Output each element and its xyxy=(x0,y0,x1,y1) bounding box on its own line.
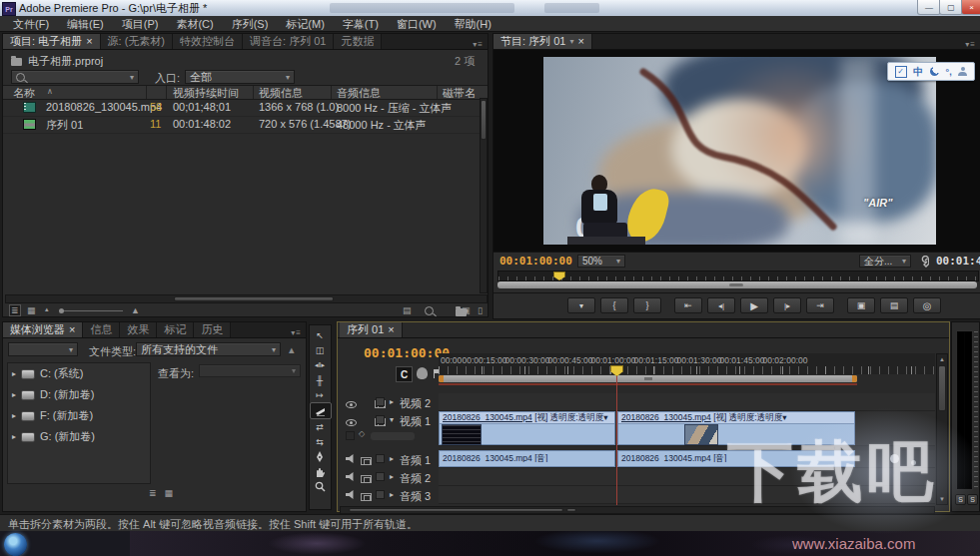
close-button[interactable]: × xyxy=(961,0,980,15)
maximize-button[interactable]: ▢ xyxy=(939,0,963,15)
drive-item-c[interactable]: ▸C: (系统) xyxy=(8,363,150,384)
menu-title[interactable]: 字幕(T) xyxy=(334,16,388,32)
extract-button[interactable]: ▤ xyxy=(880,297,908,313)
menu-clip[interactable]: 素材(C) xyxy=(167,16,222,32)
track-header-video-1[interactable]: ▾ 视频 1 ◇ xyxy=(340,411,439,445)
lift-button[interactable]: ▣ xyxy=(847,297,875,313)
sync-lock-icon[interactable] xyxy=(361,493,372,501)
twirl-icon[interactable]: ▸ xyxy=(390,490,394,499)
close-icon[interactable]: × xyxy=(577,34,583,49)
go-to-out-button[interactable]: ⇥ xyxy=(806,297,834,313)
timeline-hscrollbar[interactable] xyxy=(340,506,935,514)
solo-right-button[interactable]: S xyxy=(967,494,978,505)
tab-effect-controls[interactable]: 特效控制台 xyxy=(173,34,243,49)
entry-dropdown[interactable]: 全部 ▾ xyxy=(185,70,295,84)
ime-punctuation-icon[interactable]: °, xyxy=(946,67,952,77)
toggle-track-output-icon[interactable] xyxy=(346,419,357,426)
toggle-track-output-icon[interactable] xyxy=(346,472,356,481)
track-header-audio-2[interactable]: ▸ 音频 2 xyxy=(340,468,439,485)
column-divider[interactable] xyxy=(166,86,167,99)
find-icon[interactable] xyxy=(425,306,434,315)
track-header-audio-1[interactable]: ▸ 音频 1 xyxy=(340,450,439,467)
track-header-audio-3[interactable]: ▸ 音频 3 xyxy=(340,486,439,503)
zoom-in-icon[interactable]: ▲ xyxy=(131,305,140,315)
directory-dropdown[interactable]: ▾ xyxy=(8,342,78,356)
windows-start-button[interactable] xyxy=(4,533,27,556)
snap-toggle[interactable]: C xyxy=(396,366,413,382)
menu-project[interactable]: 项目(P) xyxy=(113,16,168,32)
zoom-tool[interactable] xyxy=(310,479,330,494)
solo-left-button[interactable]: S xyxy=(955,494,966,505)
hand-tool[interactable] xyxy=(310,464,330,479)
add-marker-button[interactable]: ▾ xyxy=(567,297,595,313)
lane-video-2[interactable] xyxy=(439,393,935,411)
column-divider[interactable] xyxy=(437,86,438,99)
zoom-slider[interactable] xyxy=(59,310,123,311)
tab-media-browser[interactable]: 媒体浏览器× xyxy=(3,322,83,337)
column-name[interactable]: 名称 xyxy=(13,86,35,101)
razor-tool[interactable] xyxy=(310,402,332,419)
chevron-down-icon[interactable]: ▾ xyxy=(603,412,607,422)
column-tape-name[interactable]: 磁带名 xyxy=(443,86,476,101)
menu-edit[interactable]: 编辑(E) xyxy=(58,16,113,32)
rolling-edit-tool[interactable]: ╫ xyxy=(310,372,330,387)
drive-item-d[interactable]: ▸D: (新加卷) xyxy=(8,384,150,405)
lane-audio-3[interactable] xyxy=(439,486,935,504)
chevron-down-icon[interactable]: ▾ xyxy=(782,412,786,422)
table-row[interactable]: 20180826_130045.mp4 58 00;01;48;01 1366 … xyxy=(3,100,488,117)
column-audio-info[interactable]: 音频信息 xyxy=(337,86,381,101)
scrollbar-handle[interactable] xyxy=(174,296,334,301)
column-divider[interactable] xyxy=(146,86,147,99)
table-row[interactable]: 序列 01 11 00:01:48:02 720 x 576 (1.4587) … xyxy=(3,117,488,134)
ime-state-icon[interactable]: ✓ xyxy=(895,66,907,78)
up-directory-icon[interactable]: ▴ xyxy=(289,343,295,356)
toggle-track-output-icon[interactable] xyxy=(346,454,356,463)
toggle-track-output-icon[interactable] xyxy=(346,401,357,408)
mark-in-button[interactable]: { xyxy=(600,297,628,313)
display-style-icon[interactable] xyxy=(346,431,355,440)
tab-metadata[interactable]: 元数据 xyxy=(334,34,382,49)
toggle-track-output-icon[interactable] xyxy=(346,490,356,499)
lane-audio-2[interactable] xyxy=(439,468,935,486)
twirl-icon[interactable]: ▸ xyxy=(390,472,394,481)
timeline-vscrollbar[interactable]: ▲ ▼ xyxy=(936,353,948,505)
drive-item-f[interactable]: ▸F: (新加卷) xyxy=(8,405,150,426)
rate-stretch-tool[interactable]: ↦ xyxy=(310,387,330,402)
project-vscrollbar[interactable] xyxy=(480,98,488,293)
menu-marker[interactable]: 标记(M) xyxy=(277,16,334,32)
ime-softkeyboard-icon[interactable] xyxy=(958,67,967,76)
mark-out-button[interactable]: } xyxy=(633,297,661,313)
play-button[interactable]: ▶ xyxy=(740,297,768,313)
menu-sequence[interactable]: 序列(S) xyxy=(223,16,278,32)
automate-to-sequence-icon[interactable]: ▤ xyxy=(403,305,412,315)
scrollbar-handle[interactable] xyxy=(349,508,563,512)
panel-menu-icon[interactable]: ▾≡ xyxy=(965,40,980,49)
track-lock-checkbox[interactable] xyxy=(376,490,385,499)
twirl-icon[interactable]: ▸ xyxy=(390,397,394,406)
icon-view-icon[interactable]: ▦ xyxy=(165,488,174,498)
track-lock-checkbox[interactable] xyxy=(376,415,385,424)
close-icon[interactable]: × xyxy=(86,34,92,49)
tab-program-monitor[interactable]: 节目: 序列 01 ▾ × xyxy=(493,34,592,49)
keyframe-icon[interactable]: ◇ xyxy=(359,429,365,438)
work-area-start[interactable] xyxy=(439,375,444,382)
twirl-icon[interactable]: ▸ xyxy=(12,432,16,441)
new-item-icon[interactable]: ▣ xyxy=(462,305,471,315)
twirl-icon[interactable]: ▸ xyxy=(12,390,16,399)
slip-tool[interactable]: ⇄ xyxy=(310,419,330,434)
tab-source[interactable]: 源: (无素材) xyxy=(101,34,173,49)
timeline-current-time[interactable]: 00:01:00:00 xyxy=(364,345,450,360)
project-hscrollbar[interactable] xyxy=(5,294,488,303)
tab-info[interactable]: 信息 xyxy=(83,322,120,337)
twirl-icon[interactable]: ▾ xyxy=(390,415,394,424)
selection-tool[interactable]: ↖ xyxy=(310,327,330,342)
tab-audio-mixer[interactable]: 调音台: 序列 01 xyxy=(243,34,334,49)
track-lock-checkbox[interactable] xyxy=(376,397,385,406)
close-icon[interactable]: × xyxy=(388,322,394,337)
track-select-tool[interactable]: ◫ xyxy=(310,342,330,357)
tab-effects[interactable]: 效果 xyxy=(120,322,157,337)
column-video-info[interactable]: 视频信息 xyxy=(259,86,303,101)
set-marker-icon[interactable] xyxy=(417,367,428,379)
go-to-in-button[interactable]: ⇤ xyxy=(674,297,702,313)
audio-clip-2[interactable]: 20180826_130045.mp4 [音] xyxy=(617,450,855,467)
